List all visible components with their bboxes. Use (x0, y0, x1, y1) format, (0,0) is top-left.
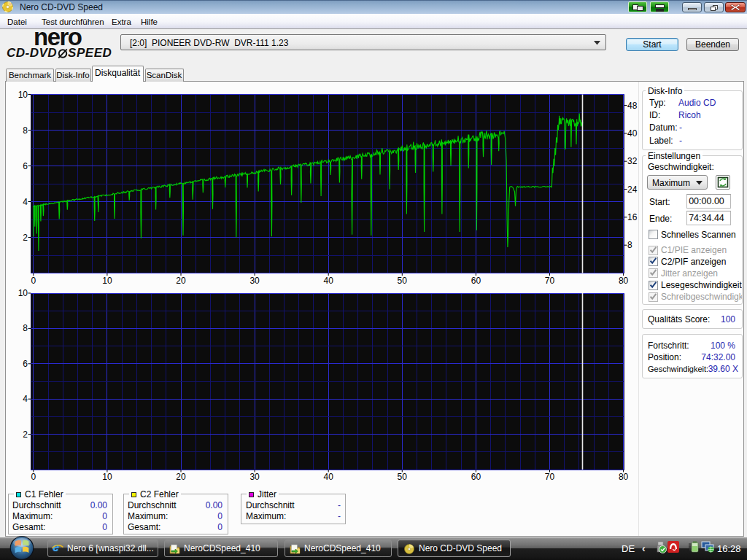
svg-text:40: 40 (324, 472, 334, 482)
svg-text:8: 8 (23, 323, 28, 333)
svg-text:24: 24 (627, 184, 638, 195)
svg-text:10: 10 (18, 90, 28, 100)
svg-text:10: 10 (102, 472, 112, 482)
svg-text:70: 70 (545, 472, 555, 482)
svg-text:8: 8 (23, 125, 28, 136)
svg-text:4: 4 (23, 197, 28, 207)
svg-text:50: 50 (398, 472, 408, 482)
svg-text:30: 30 (249, 472, 260, 482)
svg-text:16: 16 (627, 212, 638, 222)
svg-text:20: 20 (176, 472, 186, 482)
svg-text:10: 10 (18, 288, 28, 298)
svg-text:2: 2 (23, 233, 28, 243)
svg-text:48: 48 (627, 101, 638, 111)
svg-text:6: 6 (23, 161, 28, 171)
svg-text:40: 40 (627, 128, 638, 139)
svg-text:8: 8 (627, 240, 632, 250)
svg-text:80: 80 (619, 472, 629, 482)
svg-text:32: 32 (627, 156, 638, 166)
svg-text:0: 0 (31, 472, 36, 482)
svg-text:6: 6 (23, 359, 28, 369)
svg-text:2: 2 (23, 429, 28, 440)
svg-text:60: 60 (471, 472, 481, 482)
svg-text:4: 4 (23, 394, 28, 404)
